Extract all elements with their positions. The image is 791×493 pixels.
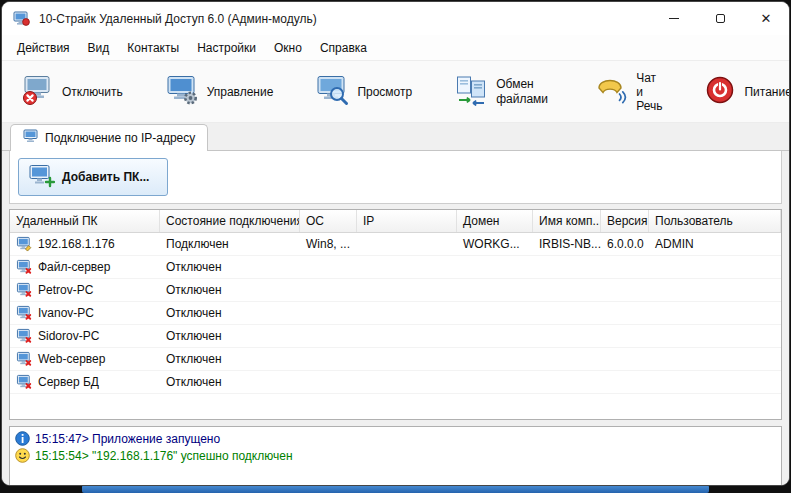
tab-ip-connection[interactable]: Подключение по IP-адресу: [10, 124, 208, 151]
table-rows: 192.168.1.176ПодключенWin8, ...WORKG...I…: [10, 233, 781, 419]
remote-pc-table: Удаленный ПК Состояние подключения ОС IP…: [9, 209, 782, 420]
column-header-remote-pc[interactable]: Удаленный ПК: [10, 210, 160, 232]
toolbar-label: Управление: [207, 85, 274, 99]
cell-os: [300, 279, 357, 301]
toolbar-label: Питание...: [744, 85, 790, 99]
cell-computer-name: [533, 302, 601, 324]
cell-user: [649, 371, 781, 393]
toolbar-button-disconnect[interactable]: Отключить: [14, 70, 129, 114]
cell-remote-pc: Petrov-PC: [10, 279, 160, 301]
cell-user: [649, 325, 781, 347]
cell-domain: [457, 348, 533, 370]
cell-remote-pc: Sidorov-PC: [10, 325, 160, 347]
pc-name: Petrov-PC: [38, 283, 93, 297]
cell-state: Отключен: [160, 348, 300, 370]
column-header-state[interactable]: Состояние подключения: [160, 210, 300, 232]
toolbar-button-view[interactable]: Просмотр: [309, 70, 418, 114]
cell-user: [649, 302, 781, 324]
cell-state: Отключен: [160, 302, 300, 324]
cell-ip: [357, 279, 457, 301]
cell-domain: [457, 302, 533, 324]
table-row[interactable]: Ivanov-PCОтключен: [10, 302, 781, 325]
title-bar: 10-Страйк Удаленный Доступ 6.0 (Админ-мо…: [2, 2, 789, 35]
cell-state: Отключен: [160, 256, 300, 278]
cell-domain: [457, 256, 533, 278]
toolbar-button-file-exchange[interactable]: Обмен файлами: [448, 70, 558, 114]
app-window: 10-Страйк Удаленный Доступ 6.0 (Админ-мо…: [1, 1, 790, 486]
menu-item-window[interactable]: Окно: [265, 35, 311, 61]
log-text: 15:15:47> Приложение запущено: [35, 432, 220, 446]
table-row[interactable]: Web-серверОтключен: [10, 348, 781, 371]
cell-remote-pc: Файл-сервер: [10, 256, 160, 278]
table-row[interactable]: Petrov-PCОтключен: [10, 279, 781, 302]
column-header-version[interactable]: Версия: [601, 210, 649, 232]
cell-os: [300, 325, 357, 347]
minimize-button[interactable]: [651, 2, 697, 35]
close-button[interactable]: ✕: [743, 2, 789, 35]
cell-version: [601, 302, 649, 324]
log-entry: 15:15:47> Приложение запущено: [15, 430, 776, 447]
cell-domain: [457, 371, 533, 393]
cell-ip: [357, 325, 457, 347]
menu-item-settings[interactable]: Настройки: [188, 35, 265, 61]
menu-item-help[interactable]: Справка: [311, 35, 376, 61]
menu-item-contacts[interactable]: Контакты: [118, 35, 188, 61]
remote-pc-icon: [16, 236, 33, 252]
maximize-button[interactable]: [697, 2, 743, 35]
cell-version: [601, 348, 649, 370]
toolbar-button-manage[interactable]: Управление: [159, 70, 280, 114]
pc-name: Сервер БД: [38, 375, 99, 389]
power-icon: [704, 74, 736, 110]
column-header-os[interactable]: ОС: [300, 210, 357, 232]
add-pc-button[interactable]: Добавить ПК...: [18, 158, 168, 196]
cell-state: Отключен: [160, 371, 300, 393]
tab-bar: Подключение по IP-адресу: [2, 123, 789, 151]
cell-os: [300, 371, 357, 393]
remote-pc-icon: [16, 305, 33, 321]
app-icon: [13, 11, 31, 27]
table-row[interactable]: Файл-серверОтключен: [10, 256, 781, 279]
maximize-icon: [716, 14, 725, 23]
close-icon: ✕: [761, 12, 772, 25]
column-header-computer[interactable]: Имя комп...: [533, 210, 601, 232]
cell-version: [601, 279, 649, 301]
column-header-domain[interactable]: Домен: [457, 210, 533, 232]
table-row[interactable]: Sidorov-PCОтключен: [10, 325, 781, 348]
add-pc-panel: Добавить ПК...: [9, 151, 782, 204]
cell-ip: [357, 233, 457, 255]
cell-ip: [357, 256, 457, 278]
cell-ip: [357, 302, 457, 324]
cell-remote-pc: Сервер БД: [10, 371, 160, 393]
tab-label: Подключение по IP-адресу: [45, 131, 195, 145]
remote-pc-icon: [16, 259, 33, 275]
cell-computer-name: IRBIS-NB...: [533, 233, 601, 255]
toolbar-button-chat-voice[interactable]: Чат и Речь: [588, 67, 668, 117]
cell-computer-name: [533, 348, 601, 370]
column-header-ip[interactable]: IP: [357, 210, 457, 232]
cell-computer-name: [533, 256, 601, 278]
pc-name: Файл-сервер: [38, 260, 110, 274]
cell-version: [601, 371, 649, 393]
toolbar: Отключить Управление: [2, 61, 789, 123]
pc-name: Sidorov-PC: [38, 329, 99, 343]
cell-os: [300, 302, 357, 324]
toolbar-label: Обмен файлами: [496, 77, 552, 107]
table-row[interactable]: Сервер БДОтключен: [10, 371, 781, 394]
log-entry: 15:15:54> "192.168.1.176" успешно подклю…: [15, 447, 776, 464]
toolbar-button-power[interactable]: Питание... ▼: [698, 70, 790, 114]
menu-item-view[interactable]: Вид: [79, 35, 119, 61]
cell-os: [300, 348, 357, 370]
cell-domain: [457, 325, 533, 347]
column-header-user[interactable]: Пользователь: [649, 210, 781, 232]
remote-pc-icon: [16, 328, 33, 344]
cell-user: [649, 279, 781, 301]
cell-domain: WORKG...: [457, 233, 533, 255]
monitor-icon: [23, 129, 39, 147]
remote-pc-icon: [16, 282, 33, 298]
taskbar-strip: [82, 485, 709, 493]
window-title: 10-Страйк Удаленный Доступ 6.0 (Админ-мо…: [39, 12, 651, 26]
table-row[interactable]: 192.168.1.176ПодключенWin8, ...WORKG...I…: [10, 233, 781, 256]
cell-computer-name: [533, 279, 601, 301]
menu-item-actions[interactable]: Действия: [8, 35, 79, 61]
add-pc-icon: [29, 164, 55, 191]
